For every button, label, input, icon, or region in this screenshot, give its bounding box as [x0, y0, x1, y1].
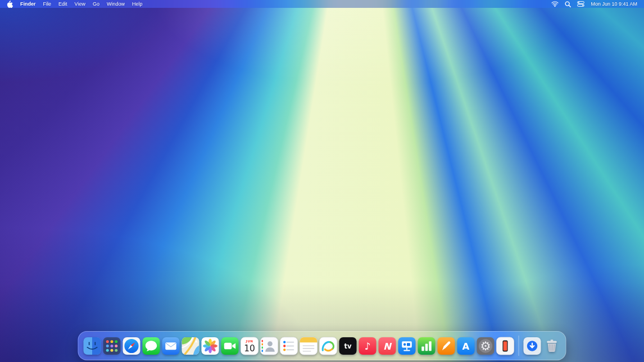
dock-item-iphone-mirroring[interactable]: [496, 337, 515, 355]
news-logo-text: N: [383, 341, 392, 351]
reminders-icon: [280, 337, 298, 355]
freeform-icon: [319, 337, 338, 355]
news-icon: N: [378, 337, 397, 355]
dock-item-news[interactable]: N: [378, 337, 397, 355]
dock-item-pages[interactable]: [437, 337, 456, 355]
calendar-month-label: JUN: [246, 339, 253, 343]
keynote-icon: [398, 337, 416, 355]
dock-item-photos[interactable]: [201, 337, 220, 355]
dock-item-system-settings[interactable]: ⚙: [477, 337, 495, 355]
apple-logo-icon: [7, 1, 13, 8]
dock-item-calendar[interactable]: JUN 10: [241, 337, 259, 355]
dock-item-mail[interactable]: [162, 337, 180, 355]
contacts-icon: [260, 337, 279, 355]
desktop-wallpaper[interactable]: [0, 0, 644, 362]
menu-window[interactable]: Window: [107, 0, 125, 8]
dock-item-facetime[interactable]: [221, 337, 239, 355]
wifi-icon: [551, 1, 559, 7]
music-note-glyph: ♪: [364, 341, 370, 352]
menu-bar-clock[interactable]: Mon Jun 10 9:41 AM: [591, 0, 637, 8]
dock-divider: [519, 336, 519, 356]
dock-item-launchpad[interactable]: [103, 337, 121, 355]
dock-item-reminders[interactable]: [280, 337, 298, 355]
downloads-icon: [523, 337, 542, 355]
app-store-logo-text: A: [462, 341, 470, 351]
numbers-icon: [418, 337, 436, 355]
maps-icon: [182, 337, 200, 355]
dock-item-contacts[interactable]: [260, 337, 279, 355]
control-center[interactable]: [577, 1, 584, 7]
menu-bar: Finder File Edit View Go Window Help: [0, 0, 644, 8]
dock-item-keynote[interactable]: [398, 337, 416, 355]
dock-item-finder[interactable]: [83, 337, 102, 355]
dock-item-freeform[interactable]: [319, 337, 338, 355]
dock-item-tv[interactable]: tv: [339, 337, 357, 355]
menu-go[interactable]: Go: [93, 0, 99, 8]
dock-item-downloads[interactable]: [523, 337, 542, 355]
dock-item-messages[interactable]: [142, 337, 161, 355]
launchpad-icon: [103, 337, 121, 355]
apple-menu[interactable]: [7, 1, 13, 8]
music-icon: ♪: [359, 337, 377, 355]
messages-icon: [142, 337, 161, 355]
dock: JUN 10: [78, 331, 566, 360]
menu-file[interactable]: File: [43, 0, 52, 8]
menu-bar-left: Finder File Edit View Go Window Help: [7, 0, 142, 8]
trash-icon: [543, 337, 561, 355]
app-store-icon: A: [457, 337, 475, 355]
pages-icon: [437, 337, 456, 355]
dock-item-safari[interactable]: [123, 337, 141, 355]
dock-item-notes[interactable]: [300, 337, 318, 355]
wifi-status[interactable]: [551, 1, 559, 7]
search-icon: [565, 1, 571, 7]
calendar-day-label: 10: [244, 343, 255, 353]
apple-tv-icon: tv: [339, 337, 357, 355]
menu-edit[interactable]: Edit: [58, 0, 67, 8]
menu-bar-right: Mon Jun 10 9:41 AM: [551, 0, 637, 8]
gear-glyph: ⚙: [480, 338, 491, 352]
dock-item-trash[interactable]: [543, 337, 561, 355]
spotlight-search[interactable]: [565, 1, 571, 7]
finder-icon: [83, 337, 102, 355]
mail-icon: [162, 337, 180, 355]
dock-item-music[interactable]: ♪: [359, 337, 377, 355]
tv-logo-text: tv: [344, 342, 352, 350]
system-settings-icon: ⚙: [477, 337, 495, 355]
notes-icon: [300, 337, 318, 355]
photos-icon: [201, 337, 220, 355]
menu-help[interactable]: Help: [132, 0, 143, 8]
safari-icon: [123, 337, 141, 355]
dock-item-numbers[interactable]: [418, 337, 436, 355]
menu-app-name[interactable]: Finder: [20, 0, 36, 8]
dock-item-maps[interactable]: [182, 337, 200, 355]
iphone-mirroring-icon: [496, 337, 515, 355]
facetime-icon: [221, 337, 239, 355]
control-center-icon: [577, 1, 584, 7]
dock-item-app-store[interactable]: A: [457, 337, 475, 355]
menu-view[interactable]: View: [75, 0, 85, 8]
calendar-icon: JUN 10: [241, 337, 259, 355]
